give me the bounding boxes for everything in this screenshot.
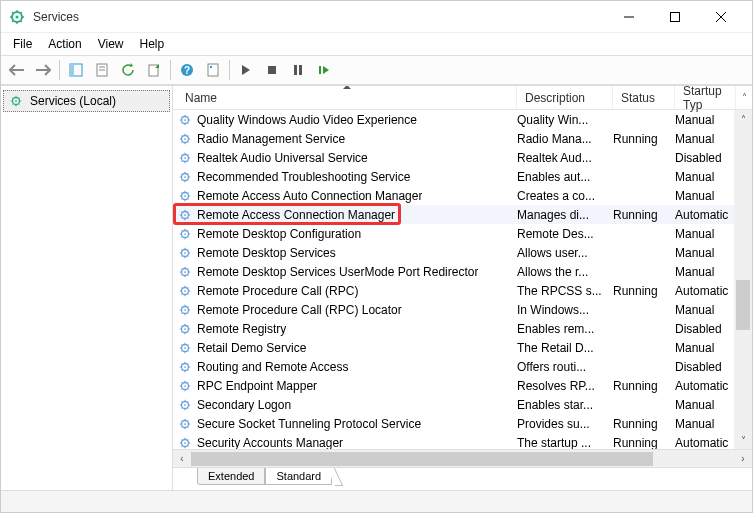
service-row[interactable]: Remote Procedure Call (RPC) LocatorIn Wi… (173, 300, 752, 319)
gear-icon (177, 378, 193, 394)
svg-point-57 (184, 442, 186, 444)
tree-item-label: Services (Local) (30, 94, 116, 108)
svg-point-49 (184, 366, 186, 368)
tab-extended[interactable]: Extended (197, 468, 265, 485)
service-description: Radio Mana... (517, 132, 613, 146)
svg-rect-19 (319, 66, 321, 74)
menu-file[interactable]: File (5, 35, 40, 53)
app-icon (9, 9, 25, 25)
gear-icon (8, 93, 24, 109)
gear-icon (177, 207, 193, 223)
svg-point-21 (15, 100, 17, 102)
stop-service-button[interactable] (260, 58, 284, 82)
service-row[interactable]: Secure Socket Tunneling Protocol Service… (173, 414, 752, 433)
service-row[interactable]: RPC Endpoint MapperResolves RP...Running… (173, 376, 752, 395)
service-row[interactable]: Remote Access Connection ManagerManages … (173, 205, 752, 224)
scroll-right-button[interactable]: › (734, 450, 752, 468)
service-name: Realtek Audio Universal Service (197, 151, 368, 165)
tab-standard[interactable]: Standard (265, 468, 332, 485)
service-name: Remote Desktop Configuration (197, 227, 361, 241)
pause-service-button[interactable] (286, 58, 310, 82)
service-status: Running (613, 132, 675, 146)
service-row[interactable]: Realtek Audio Universal ServiceRealtek A… (173, 148, 752, 167)
service-row[interactable]: Remote Desktop Services UserMode Port Re… (173, 262, 752, 281)
gear-icon (177, 302, 193, 318)
menu-view[interactable]: View (90, 35, 132, 53)
menu-help[interactable]: Help (132, 35, 173, 53)
grid-body[interactable]: Quality Windows Audio Video ExperienceQu… (173, 110, 752, 449)
svg-point-31 (184, 195, 186, 197)
help-button[interactable]: ? (175, 58, 199, 82)
service-row[interactable]: Routing and Remote AccessOffers routi...… (173, 357, 752, 376)
column-header-name[interactable]: Name (177, 86, 517, 109)
column-header-description[interactable]: Description (517, 86, 613, 109)
service-row[interactable]: Security Accounts ManagerThe startup ...… (173, 433, 752, 449)
scroll-left-button[interactable]: ‹ (173, 450, 191, 468)
scroll-thumb[interactable] (191, 452, 653, 466)
scroll-up-icon[interactable]: ˄ (736, 86, 752, 109)
close-button[interactable] (698, 2, 744, 32)
properties-button[interactable] (90, 58, 114, 82)
scroll-track[interactable] (191, 450, 734, 468)
service-description: The startup ... (517, 436, 613, 450)
gear-icon (177, 435, 193, 450)
minimize-button[interactable] (606, 2, 652, 32)
service-description: Manages di... (517, 208, 613, 222)
service-row[interactable]: Remote Access Auto Connection ManagerCre… (173, 186, 752, 205)
service-row[interactable]: Remote Procedure Call (RPC)The RPCSS s..… (173, 281, 752, 300)
start-service-button[interactable] (234, 58, 258, 82)
svg-point-53 (184, 404, 186, 406)
horizontal-scrollbar[interactable]: ‹ › (173, 449, 752, 467)
show-hide-tree-button[interactable] (64, 58, 88, 82)
svg-rect-7 (70, 64, 74, 76)
scroll-thumb[interactable] (736, 280, 750, 330)
service-description: Realtek Aud... (517, 151, 613, 165)
view-tabs: Extended Standard (173, 468, 752, 490)
scroll-track[interactable] (734, 128, 752, 431)
service-name: Remote Access Connection Manager (197, 208, 395, 222)
gear-icon (177, 416, 193, 432)
service-description: Enables rem... (517, 322, 613, 336)
scroll-up-button[interactable]: ˄ (734, 110, 752, 128)
toolbar: ? (1, 55, 752, 85)
restart-service-button[interactable] (312, 58, 336, 82)
column-header-startup-type[interactable]: Startup Typ (675, 86, 736, 109)
forward-button[interactable] (31, 58, 55, 82)
service-row[interactable]: Remote Desktop ConfigurationRemote Des..… (173, 224, 752, 243)
gear-icon (177, 226, 193, 242)
export-button[interactable] (142, 58, 166, 82)
svg-rect-17 (294, 65, 297, 75)
back-button[interactable] (5, 58, 29, 82)
service-description: Creates a co... (517, 189, 613, 203)
svg-rect-18 (299, 65, 302, 75)
service-row[interactable]: Secondary LogonEnables star...Manual (173, 395, 752, 414)
body-area: Services (Local) Name Description Status… (1, 85, 752, 490)
svg-rect-3 (671, 12, 680, 21)
service-row[interactable]: Quality Windows Audio Video ExperienceQu… (173, 110, 752, 129)
service-name: Routing and Remote Access (197, 360, 348, 374)
toolbar-separator (170, 60, 171, 80)
service-row[interactable]: Retail Demo ServiceThe Retail D...Manual (173, 338, 752, 357)
service-row[interactable]: Remote Desktop ServicesAllows user...Man… (173, 243, 752, 262)
gear-icon (177, 283, 193, 299)
service-row[interactable]: Radio Management ServiceRadio Mana...Run… (173, 129, 752, 148)
console-tree[interactable]: Services (Local) (1, 86, 173, 490)
sort-ascending-icon (343, 86, 351, 89)
scroll-down-button[interactable]: ˅ (734, 431, 752, 449)
gear-icon (177, 340, 193, 356)
service-description: Quality Win... (517, 113, 613, 127)
service-name: Remote Registry (197, 322, 286, 336)
about-button[interactable] (201, 58, 225, 82)
maximize-button[interactable] (652, 2, 698, 32)
refresh-button[interactable] (116, 58, 140, 82)
services-window: Services File Action View Help ? (0, 0, 753, 513)
service-row[interactable]: Recommended Troubleshooting ServiceEnabl… (173, 167, 752, 186)
tree-item-services-local[interactable]: Services (Local) (3, 90, 170, 112)
gear-icon (177, 245, 193, 261)
vertical-scrollbar[interactable]: ˄ ˅ (734, 110, 752, 449)
service-status: Running (613, 208, 675, 222)
menu-action[interactable]: Action (40, 35, 89, 53)
column-header-status[interactable]: Status (613, 86, 675, 109)
gear-icon (177, 150, 193, 166)
service-row[interactable]: Remote RegistryEnables rem...Disabled (173, 319, 752, 338)
